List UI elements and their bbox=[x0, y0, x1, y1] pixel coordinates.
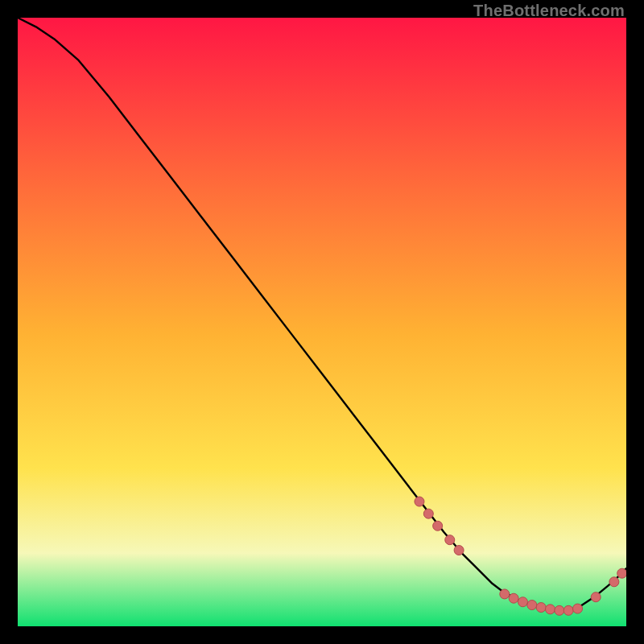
curve-marker bbox=[509, 593, 518, 603]
curve-marker bbox=[591, 592, 601, 602]
gradient-background bbox=[18, 18, 626, 626]
curve-marker bbox=[536, 603, 546, 613]
curve-marker bbox=[555, 605, 564, 615]
curve-marker bbox=[454, 546, 464, 555]
curve-marker bbox=[500, 589, 510, 599]
curve-marker bbox=[564, 605, 573, 615]
curve-marker bbox=[609, 577, 619, 587]
chart-frame: TheBottleneck.com bbox=[0, 0, 644, 644]
chart-svg bbox=[18, 18, 626, 626]
curve-marker bbox=[527, 601, 537, 610]
curve-marker bbox=[445, 535, 455, 545]
curve-marker bbox=[415, 497, 424, 506]
curve-marker bbox=[546, 605, 555, 614]
curve-marker bbox=[573, 604, 583, 613]
curve-marker bbox=[423, 509, 433, 518]
curve-marker bbox=[433, 521, 443, 530]
plot-area bbox=[18, 18, 626, 626]
curve-marker bbox=[617, 568, 626, 578]
curve-marker bbox=[518, 597, 527, 607]
